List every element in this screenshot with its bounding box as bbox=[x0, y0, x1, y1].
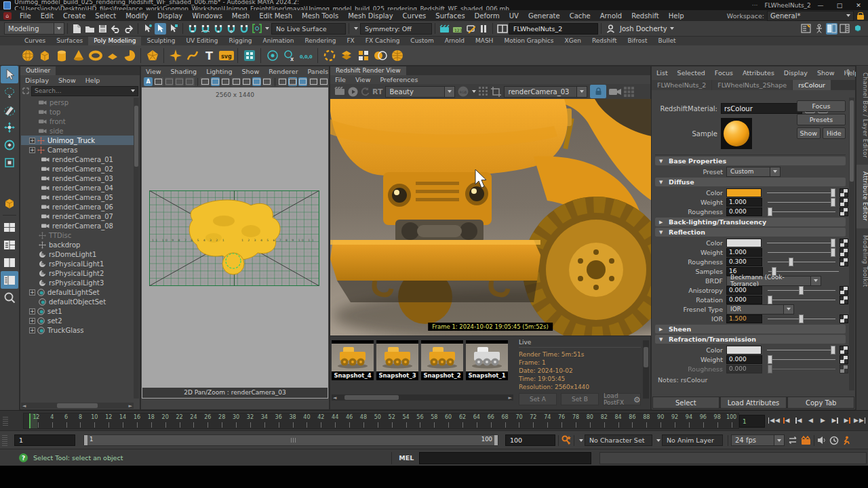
anim-layer-dropdown[interactable]: No Anim Layer bbox=[656, 434, 723, 446]
texture-map-icon[interactable] bbox=[840, 286, 848, 295]
ae-tab-flwheelnuts-2shape[interactable]: FLWheelNuts_2Shape bbox=[712, 80, 792, 90]
section-header-reflection[interactable]: ▼Reflection bbox=[655, 228, 846, 237]
texture-map-icon[interactable] bbox=[840, 248, 848, 257]
viewport-canvas[interactable]: 2560 x 1440 bbox=[142, 87, 328, 399]
shading-points-icon[interactable] bbox=[185, 77, 194, 86]
render-view-menu-file[interactable]: File bbox=[330, 76, 351, 83]
outliner-menu-display[interactable]: Display bbox=[20, 77, 54, 84]
section-header-diffuse[interactable]: ▼Diffuse bbox=[655, 178, 846, 186]
viewport-menu-renderer[interactable]: Renderer bbox=[264, 68, 302, 75]
side-tab-channel-box-layer-editor[interactable]: Channel Box / Layer Editor bbox=[856, 66, 868, 165]
slider-handle[interactable] bbox=[768, 355, 772, 364]
auto-key-clapper-icon[interactable] bbox=[801, 436, 811, 445]
camera-attributes-icon[interactable] bbox=[211, 77, 220, 86]
slider-handle[interactable] bbox=[799, 286, 804, 295]
color-swatch[interactable] bbox=[726, 346, 762, 354]
shelf-tab-uv-editing[interactable]: UV Editing bbox=[181, 37, 224, 45]
set-a-button[interactable]: Set A bbox=[519, 393, 557, 405]
attr-slider[interactable] bbox=[768, 267, 839, 276]
safe-action-icon[interactable] bbox=[309, 77, 317, 86]
menu-help[interactable]: Help bbox=[664, 12, 689, 20]
outliner-tab[interactable]: Outliner bbox=[20, 66, 56, 75]
render-image[interactable] bbox=[330, 99, 652, 336]
mel-label[interactable]: MEL bbox=[399, 454, 414, 462]
attr-slider[interactable] bbox=[768, 314, 836, 323]
paint-select-tool[interactable] bbox=[1, 101, 18, 119]
attr-value-field[interactable]: 0.000 bbox=[726, 207, 762, 216]
color-swatch[interactable] bbox=[726, 239, 762, 247]
snap-to-points-icon[interactable] bbox=[212, 23, 224, 35]
gear-icon[interactable]: ⚙ bbox=[632, 395, 642, 405]
section-header-sheen[interactable]: ▶Sheen bbox=[655, 325, 846, 333]
fps-dropdown[interactable]: 24 fps bbox=[731, 434, 785, 446]
shelf-icon-poly-plane[interactable] bbox=[104, 47, 121, 64]
make-live-icon[interactable] bbox=[251, 23, 262, 35]
ae-tab-flwheelnuts-2[interactable]: FLWheelNuts_2 bbox=[652, 80, 711, 90]
attr-value-field[interactable]: 1.000 bbox=[726, 248, 762, 257]
shelf-tab-motion-graphics[interactable]: Motion Graphics bbox=[498, 37, 559, 45]
outliner-item-top[interactable]: top bbox=[21, 107, 134, 117]
shelf-icon-poly-cylinder[interactable] bbox=[53, 47, 70, 64]
snap-to-curves-icon[interactable] bbox=[199, 23, 211, 35]
ae-menu-list[interactable]: List bbox=[652, 69, 673, 77]
chevron-down-icon[interactable] bbox=[265, 27, 269, 30]
attr-slider[interactable] bbox=[768, 365, 836, 373]
outliner-item-rendercamera-08[interactable]: renderCamera_08 bbox=[21, 221, 134, 230]
texture-map-icon[interactable] bbox=[840, 296, 848, 304]
texture-map-icon[interactable] bbox=[840, 314, 848, 323]
aov-dropdown[interactable]: Beauty bbox=[385, 86, 455, 98]
ipr-render-icon[interactable]: 123 bbox=[452, 23, 463, 35]
snapshot-snapshot-2[interactable]: Snapshot_2 bbox=[421, 340, 463, 389]
menu-display[interactable]: Display bbox=[153, 12, 187, 20]
texture-map-icon[interactable] bbox=[840, 188, 848, 197]
chevron-down-icon[interactable] bbox=[811, 276, 821, 286]
rotate-tool[interactable] bbox=[1, 136, 18, 154]
viewport-menu-lighting[interactable]: Lighting bbox=[201, 68, 237, 75]
outliner-item-defaultlightset[interactable]: +defaultLightSet bbox=[21, 287, 134, 297]
mel-output-field[interactable] bbox=[599, 452, 867, 464]
pin-icon[interactable] bbox=[845, 69, 851, 77]
texture-map-icon[interactable] bbox=[840, 258, 848, 266]
field-chart-icon[interactable] bbox=[278, 77, 287, 86]
shading-textured-icon[interactable]: A bbox=[144, 77, 153, 86]
menu-deform[interactable]: Deform bbox=[470, 12, 505, 20]
shelf-icon-layers-stack[interactable] bbox=[338, 47, 355, 64]
side-tab-attribute-editor[interactable]: Attribute Editor bbox=[856, 165, 868, 228]
shelf-icon-poly-cube[interactable] bbox=[36, 47, 53, 64]
crop-region-icon[interactable] bbox=[491, 87, 501, 97]
attr-value-field[interactable]: 0.000 bbox=[726, 296, 762, 304]
chevron-down-icon[interactable] bbox=[354, 27, 358, 30]
range-track[interactable]: 1 100 bbox=[83, 434, 498, 446]
material-sample-swatch[interactable] bbox=[721, 118, 752, 149]
texture-map-icon[interactable] bbox=[840, 207, 848, 216]
select-component-mode-icon[interactable] bbox=[167, 23, 179, 35]
shelf-icon-modeling-toolkit-grid[interactable] bbox=[241, 47, 258, 64]
attr-slider[interactable] bbox=[768, 258, 836, 266]
outliner-menu-show[interactable]: Show bbox=[54, 77, 81, 84]
select-button[interactable]: Select bbox=[652, 396, 719, 409]
menu-redshift[interactable]: Redshift bbox=[627, 12, 664, 20]
animation-end-field[interactable]: 100 bbox=[505, 434, 555, 446]
attr-slider[interactable] bbox=[767, 188, 835, 197]
outliner-item-rendercamera-04[interactable]: renderCamera_04 bbox=[21, 183, 134, 192]
outliner-item-front[interactable]: front bbox=[21, 117, 134, 126]
set-key-icon[interactable] bbox=[561, 435, 571, 446]
shelf-icon-poly-torus[interactable] bbox=[87, 47, 104, 64]
filter-icon[interactable] bbox=[22, 87, 30, 95]
slider-handle[interactable] bbox=[789, 258, 793, 266]
close-button[interactable]: ✕ bbox=[849, 0, 868, 10]
mute-audio-icon[interactable] bbox=[817, 436, 827, 445]
section-header-back-lighting-translucency[interactable]: ▶Back-lighting/Translucency bbox=[655, 218, 846, 226]
attr-dropdown-preset[interactable]: Custom bbox=[726, 167, 770, 177]
viewport-menu-show[interactable]: Show bbox=[237, 68, 264, 75]
shelf-icon-booleans-pair[interactable] bbox=[372, 47, 389, 64]
render-view-menu-view[interactable]: View bbox=[351, 76, 376, 83]
focus-button[interactable]: Focus bbox=[797, 100, 846, 112]
attr-value-field[interactable]: 0.300 bbox=[726, 258, 762, 266]
maya-home-icon[interactable]: ⌂ bbox=[3, 12, 12, 20]
shelf-tab-surfaces[interactable]: Surfaces bbox=[51, 37, 88, 45]
attr-slider[interactable] bbox=[768, 248, 836, 257]
go-to-end-button[interactable]: ▶▶ bbox=[854, 414, 865, 427]
render-current-frame-icon[interactable] bbox=[439, 23, 450, 35]
render-view-tab[interactable]: Redshift Render View bbox=[330, 66, 406, 75]
